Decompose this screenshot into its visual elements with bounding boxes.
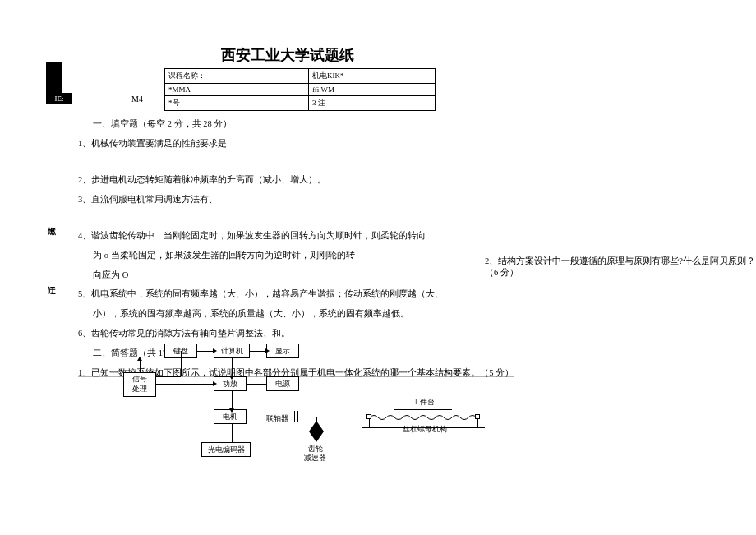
connector	[247, 384, 266, 385]
header-cell: *MMΛ	[165, 84, 309, 96]
header-table: 课程名称： 机电KIK* *MMΛ ffi·WM *号 3 注	[164, 68, 436, 111]
connector	[181, 351, 182, 376]
system-diagram: 键盘 计算机 显示 信号 处理 功放 电源 电机 联轴器 齿轮 减速器 工件台 …	[123, 335, 518, 500]
ie-label: IE:	[46, 93, 72, 104]
coupling-bar	[294, 411, 295, 422]
worktable-base	[394, 409, 452, 410]
section-1-title: 一、填空题（每空 2 分，共 28 分）	[78, 116, 756, 132]
header-cell: ffi·WM	[309, 84, 436, 96]
box-signal: 信号 处理	[123, 372, 156, 397]
header-cell: 机电KIK*	[309, 69, 436, 84]
box-power-supply: 电源	[266, 376, 299, 391]
question-3: 3、直流伺服电机常用调速方法有、	[78, 191, 756, 208]
connector	[247, 417, 316, 417]
header-cell: *号	[165, 96, 309, 111]
m4-label: M4	[131, 95, 143, 104]
header-cell: 3 注	[309, 96, 436, 111]
connector	[140, 360, 141, 372]
connector	[156, 376, 181, 377]
box-display: 显示	[266, 344, 299, 358]
gear-triangle	[309, 431, 324, 442]
label-coupling: 联轴器	[266, 413, 288, 424]
connector	[232, 391, 233, 409]
box-encoder: 光电编码器	[201, 442, 251, 457]
question-5a: 5、机电系统中，系统的固有频率越（大、小），越容易产生谐振；传动系统的刚度越（大…	[78, 286, 756, 302]
question-5b: 小），系统的固有频率越高，系统的质量越（大、小），系统的固有频率越低。	[78, 306, 756, 322]
question-4a: 4、谐波齿轮传动中，当刚轮固定时，如果波发生器的回转方向为顺时针，则柔轮的转向	[78, 228, 756, 244]
support	[369, 419, 370, 427]
box-computer: 计算机	[214, 344, 250, 358]
connector	[173, 384, 173, 450]
page-title: 西安工业大学试题纸	[164, 45, 411, 65]
coupling-bar	[297, 411, 298, 422]
connector	[232, 358, 233, 376]
screw-wave	[370, 413, 477, 422]
header-cell: 课程名称：	[165, 69, 309, 84]
connector	[173, 450, 201, 450]
gear-triangle	[309, 421, 324, 431]
question-2: 2、步进电机动态转矩随着脉冲频率的升高而（减小、增大）。	[78, 172, 756, 188]
label-gear-reducer: 齿轮 减速器	[304, 445, 326, 463]
connector	[250, 351, 266, 352]
label-screw: 丝杠螺母机构	[403, 424, 447, 435]
connector	[232, 424, 233, 442]
connector	[156, 384, 214, 385]
connector	[197, 351, 214, 352]
ground-line	[362, 427, 485, 428]
question-1: 1、机械传动装置要满足的性能要求是	[78, 136, 756, 152]
box-worktable: 工件台	[403, 397, 444, 408]
short-question-2: 2、结构方案设计中一般遵循的原理与原则有哪些?什么是阿贝原则？（6 分）	[485, 256, 756, 279]
support	[477, 419, 478, 427]
